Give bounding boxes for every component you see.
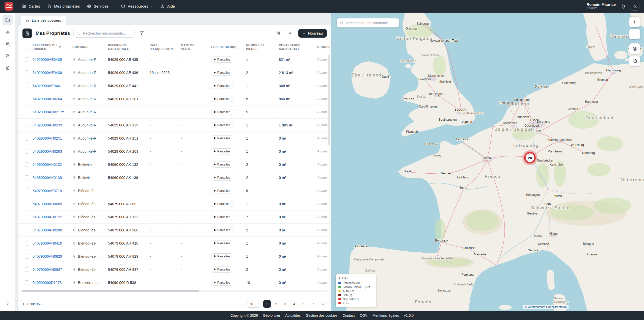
tab-liste-des-dossiers[interactable]: Liste des dossiers [21,16,66,25]
sidebar-item-parametres[interactable] [3,51,13,61]
column-header-contenance-cadastrale[interactable]: CONTENANCECADASTRALE [279,43,317,51]
notifications-bell-icon[interactable] [620,3,626,9]
sidebar-item-dossiers[interactable] [3,15,13,25]
footer-item-contact[interactable]: Contact [340,313,357,317]
page-button-2[interactable]: 2 [272,300,280,308]
new-dossier-button[interactable]: Nouveau [298,29,327,38]
row-checkbox[interactable] [25,202,29,206]
dossier-reference-link[interactable]: 54029000AH0204 [33,97,62,101]
commune-cell: Blénod-lès-... [72,241,108,245]
last-page-button[interactable] [319,300,327,308]
page-button-3[interactable]: 3 [281,300,289,308]
hscroll-thumb[interactable] [22,290,199,292]
page-button-4[interactable]: 4 [290,300,298,308]
row-checkbox[interactable] [25,57,29,62]
column-header-reference-cadastrale[interactable]: RÉFÉRENCECADASTRALE [108,43,150,51]
dossier-reference-link[interactable]: 54060000AK0139 [33,176,62,180]
dossier-reference-link[interactable]: 54079000AH0089 [33,202,62,206]
property-search-input[interactable] [82,31,132,36]
app-logo-icon[interactable] [5,2,13,11]
footer-item-mentions-legales[interactable]: Mentions légales [370,313,401,317]
horizontal-scrollbar[interactable] [22,290,327,292]
footer-item-cgv[interactable]: CGV [357,313,370,317]
map-attribution[interactable]: © Contributeurs OpenStreetMap [523,305,569,309]
dossier-reference-link[interactable]: 540900000D1273 [33,281,62,285]
column-header-nombre-de-bien-s[interactable]: NOMBRE DEBIEN(S) [246,43,279,51]
row-checkbox[interactable] [25,189,29,193]
dossier-reference-link[interactable]: 54079000AH0837 [33,268,62,272]
row-checkbox[interactable] [25,241,29,246]
dossier-reference-link[interactable]: 54029000AH0239 [33,123,62,127]
row-checkbox[interactable] [25,149,29,154]
sidebar-item-documents[interactable] [3,63,13,73]
select-all-checkbox[interactable] [25,45,29,49]
cadastral-reference-cell: 54079 000 AH 410 [108,241,150,245]
page-button-1[interactable]: 1 [263,300,271,308]
row-checkbox[interactable] [25,162,29,167]
delete-button[interactable] [274,29,283,38]
page-size-select[interactable]: 20 [247,300,261,308]
dossier-reference-link[interactable]: 54029000AE0441 [33,84,62,88]
column-header-date-de-vente[interactable]: DATE DEVENTE [181,43,211,51]
dossier-reference-link[interactable]: 54079000AH0410 [33,241,62,245]
page-button-5[interactable]: 5 [300,300,307,308]
dossier-reference-link[interactable]: 54079000AH0829 [33,254,62,258]
dossier-reference-link[interactable]: 54079000AH0288 [33,228,62,232]
user-avatar-button[interactable] [631,2,639,11]
map-place-label: Den Haag [499,101,513,105]
row-checkbox[interactable] [25,123,29,127]
vertical-scrollbar[interactable] [328,54,330,292]
row-checkbox[interactable] [25,280,29,285]
row-checkbox[interactable] [25,84,29,88]
export-button[interactable] [286,29,295,38]
zoom-in-button[interactable]: + [629,17,640,27]
nav-item-ressources[interactable]: Ressources [117,0,157,13]
contract-icon [5,65,10,70]
row-checkbox[interactable] [25,228,29,232]
sidebar-item-statistiques[interactable] [3,27,13,37]
layers-button[interactable] [629,43,640,54]
column-header-reference-du-dossier[interactable]: RÉFÉRENCE DUDOSSIER [33,43,72,51]
commune-search-input[interactable] [346,21,396,25]
next-page-button[interactable] [309,300,317,308]
column-header-date-d-acquisition[interactable]: DATED'ACQUISITION [150,43,181,51]
dossier-reference-link[interactable]: 54079000AE0718 [33,189,62,193]
zoom-out-button[interactable]: − [629,29,640,39]
footer-item-geofoncier[interactable]: Géofoncier [260,313,283,317]
nav-item-aide[interactable]: Aide [157,0,183,13]
row-checkbox[interactable] [25,97,29,101]
row-checkbox[interactable] [25,70,29,75]
row-checkbox[interactable] [25,254,29,259]
dossier-reference-link[interactable]: 54079000AH0122 [33,215,62,219]
vscroll-thumb[interactable] [328,55,330,145]
row-checkbox[interactable] [25,136,29,141]
footer-item-gestion-des-cookies[interactable]: Gestion des cookies [303,313,340,317]
sidebar-item-utilisateurs[interactable] [3,39,13,49]
nav-item-services[interactable]: Services [83,0,117,13]
row-checkbox[interactable] [25,215,29,219]
dossier-reference-link[interactable]: 54029000AH0251 [33,136,62,140]
type-cell: Parcelles [211,135,246,141]
filter-button[interactable] [138,30,146,37]
dossier-reference-link[interactable]: 54029000AE0436 [33,71,62,75]
map-cluster-marker[interactable]: 20 [524,152,536,164]
footer-item-actualites[interactable]: Actualités [283,313,303,317]
dossier-reference-cell: 54079000AH0837 [33,268,72,272]
dossier-reference-link[interactable]: 54060000AK0132 [33,163,62,167]
column-header-type-de-bien-s[interactable]: TYPE DE BIEN(S) [211,45,246,49]
nav-item-mes-proprietes[interactable]: Mes propriétés [44,0,84,13]
column-header-commune[interactable]: COMMUNE [72,45,108,49]
nav-item-cartes[interactable]: Cartes [18,0,44,13]
map-view[interactable]: United KingdomÉire / IrelandFranceDeutsc… [331,13,644,311]
row-checkbox[interactable] [25,175,29,180]
dossier-reference-link[interactable]: 54029000AE0435 [33,58,62,62]
row-checkbox[interactable] [25,267,29,272]
dossier-reference-link[interactable]: 54029000AH0263 [33,149,62,153]
sidebar-expand-button[interactable] [4,300,12,308]
selection-tool-button[interactable] [629,56,640,66]
column-header-groupe[interactable]: GROUPE [317,45,331,49]
dossier-reference-link[interactable]: 54029000AH0217z [33,110,64,114]
user-block[interactable]: Romain Maurice VIVEST [586,2,616,10]
properties-panel: Mes Propriétés [18,25,331,311]
row-checkbox[interactable] [25,110,29,114]
